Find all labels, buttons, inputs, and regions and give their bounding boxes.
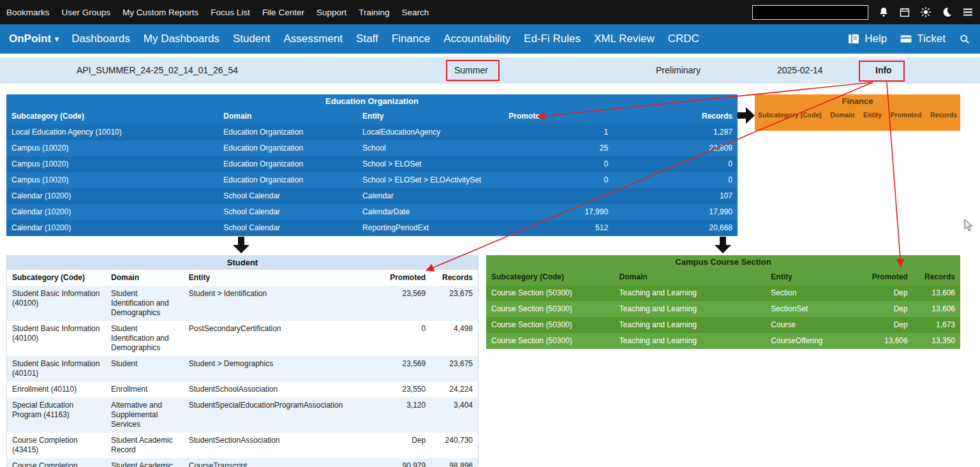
table-row: Campus (10020)Education OrganizationScho… [6, 156, 738, 172]
column-header: Records [613, 108, 738, 124]
table-header-row: Subcategory (Code)DomainEntityPromotedRe… [486, 269, 960, 285]
topbar-item[interactable]: Focus List [211, 8, 250, 17]
column-header: Subcategory (Code) [6, 108, 218, 124]
help-label: Help [865, 33, 887, 45]
flow-arrow-down-to-ccs [715, 237, 731, 253]
finance-panel: Finance Subcategory (Code)DomainEntityPr… [755, 94, 960, 131]
education-organization-table: Subcategory (Code)DomainEntityPromotedRe… [6, 108, 738, 236]
ticket-icon [900, 34, 912, 44]
brand-label: OnPoint [9, 33, 51, 45]
snapshot-season: Summer [454, 65, 488, 75]
nav-item[interactable]: Accountability [443, 33, 510, 45]
column-header: Promoted [865, 269, 912, 285]
table-row: Campus (10020)Education OrganizationScho… [6, 140, 738, 156]
table-row: Course Completion (43415)Student Academi… [7, 458, 478, 467]
table-row: Course Section (50300)Teaching and Learn… [486, 301, 960, 317]
snapshot-info-bar: API_SUMMER_24-25_02_14_01_26_54 Summer P… [0, 57, 980, 84]
column-header: Subcategory (Code) [7, 270, 106, 286]
student-panel: Student Subcategory (Code)DomainEntityPr… [6, 255, 479, 467]
table-row: Course Section (50300)Teaching and Learn… [486, 333, 960, 349]
search-icon[interactable] [958, 34, 971, 44]
nav-item[interactable]: Ed-Fi Rules [524, 33, 581, 45]
column-header: Domain [614, 269, 766, 285]
sun-icon[interactable] [920, 6, 932, 18]
topbar-item[interactable]: Support [316, 8, 346, 17]
column-header: Subcategory (Code) [758, 111, 822, 119]
calendar-icon[interactable] [899, 6, 910, 18]
table-row: Student Basic Information (40101)Student… [7, 356, 478, 382]
chevron-down-icon: ▾ [55, 34, 59, 43]
panel-title-education-organization: Education Organization [6, 94, 738, 108]
column-header: Entity [357, 108, 503, 124]
column-header: Records [913, 269, 960, 285]
finance-header-row: Subcategory (Code)DomainEntityPromotedRe… [755, 108, 960, 122]
column-header: Promoted [891, 111, 922, 119]
topbar-item[interactable]: My Custom Reports [122, 8, 198, 17]
column-header: Entity [766, 269, 865, 285]
column-header: Domain [106, 270, 184, 286]
table-row: Course Section (50300)Teaching and Learn… [486, 317, 960, 333]
table-row: Campus (10020)Education OrganizationScho… [6, 172, 738, 188]
student-table: Subcategory (Code)DomainEntityPromotedRe… [7, 270, 478, 467]
ticket-label: Ticket [917, 33, 946, 45]
nav-item[interactable]: Dashboards [71, 33, 130, 45]
column-header: Subcategory (Code) [486, 269, 614, 285]
topbar-item[interactable]: User Groups [62, 8, 111, 17]
campus-course-section-panel: Campus Course Section Subcategory (Code)… [486, 255, 960, 349]
table-row: Calendar (10200)School CalendarReporting… [6, 220, 738, 236]
info-link[interactable]: Info [875, 65, 892, 75]
nav-item[interactable]: Staff [356, 33, 378, 45]
top-utility-bar: BookmarksUser GroupsMy Custom ReportsFoc… [0, 0, 980, 24]
topbar-item[interactable]: Training [359, 8, 389, 17]
panel-title-finance: Finance [755, 94, 960, 108]
snapshot-status: Preliminary [656, 65, 701, 75]
topbar-item[interactable]: Bookmarks [6, 8, 50, 17]
column-header: Records [930, 111, 957, 119]
column-header: Entity [184, 270, 382, 286]
nav-item[interactable]: CRDC [668, 33, 699, 45]
column-header: Promoted [382, 270, 431, 286]
nav-item[interactable]: Finance [392, 33, 430, 45]
flow-arrow-down-to-student [233, 237, 249, 253]
nav-item[interactable]: Student [233, 33, 271, 45]
education-organization-panel: Education Organization Subcategory (Code… [6, 94, 738, 236]
topbar-item[interactable]: File Center [262, 8, 304, 17]
column-header: Promoted [503, 108, 613, 124]
table-row: Calendar (10200)School CalendarCalendar1… [6, 188, 738, 204]
column-header: Records [431, 270, 478, 286]
help-icon [847, 34, 860, 44]
nav-item[interactable]: Assessment [283, 33, 343, 45]
nav-item[interactable]: XML Review [594, 33, 655, 45]
table-header-row: Subcategory (Code)DomainEntityPromotedRe… [7, 270, 478, 286]
column-header: Domain [218, 108, 357, 124]
table-row: Student Basic Information (40100)Student… [7, 286, 478, 321]
bell-icon[interactable] [878, 6, 889, 18]
table-row: Enrollment (40110)EnrollmentStudentSchoo… [7, 382, 478, 397]
campus-course-section-table: Subcategory (Code)DomainEntityPromotedRe… [486, 269, 960, 349]
table-row: Course Section (50300)Teaching and Learn… [486, 285, 960, 301]
topbar-search-input[interactable] [752, 5, 868, 20]
table-row: Special Education Program (41163)Alterna… [7, 397, 478, 433]
table-row: Calendar (10200)School CalendarCalendarD… [6, 204, 738, 220]
column-header: Domain [830, 111, 855, 119]
main-navbar: OnPoint ▾ DashboardsMy DashboardsStudent… [0, 24, 980, 54]
nav-item[interactable]: My Dashboards [144, 33, 219, 45]
snapshot-date: 2025-02-14 [777, 65, 823, 75]
ticket-button[interactable]: Ticket [900, 33, 946, 45]
top-utility-nav: BookmarksUser GroupsMy Custom ReportsFoc… [6, 8, 429, 17]
panel-title-student: Student [7, 256, 478, 270]
moon-icon[interactable] [941, 6, 953, 18]
snapshot-name: API_SUMMER_24-25_02_14_01_26_54 [77, 65, 238, 75]
menu-icon[interactable] [962, 6, 974, 18]
brand-menu[interactable]: OnPoint ▾ [9, 33, 59, 45]
main-nav-items: DashboardsMy DashboardsStudentAssessment… [71, 33, 699, 45]
help-button[interactable]: Help [847, 33, 887, 45]
table-row: Local Education Agency (10010)Education … [6, 124, 738, 140]
table-row: Course Completion (43415)Student Academi… [7, 433, 478, 458]
table-row: Student Basic Information (40100)Student… [7, 321, 478, 356]
column-header: Entity [863, 111, 882, 119]
topbar-item[interactable]: Search [401, 8, 429, 17]
mouse-cursor [965, 219, 972, 231]
panel-title-campus-course-section: Campus Course Section [486, 255, 960, 269]
navbar-right: Help Ticket [847, 33, 971, 45]
